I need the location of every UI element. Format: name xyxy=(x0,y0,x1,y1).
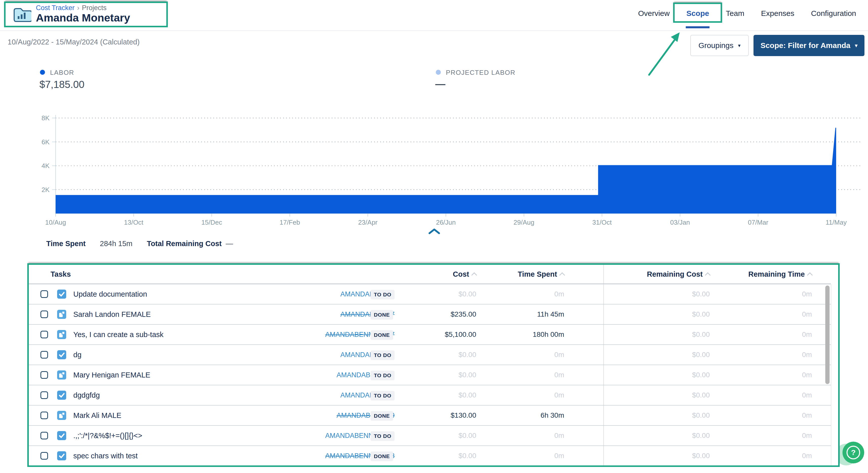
tab-configuration[interactable]: Configuration xyxy=(811,9,856,18)
time-spent-label: Time Spent xyxy=(46,240,86,248)
projected-labor-legend-dot xyxy=(436,70,441,75)
groupings-button[interactable]: Groupings ▾ xyxy=(690,35,749,56)
svg-text:03/Jan: 03/Jan xyxy=(670,219,690,226)
groupings-label: Groupings xyxy=(699,41,733,50)
row-checkbox[interactable] xyxy=(40,331,48,338)
subtask-icon xyxy=(57,310,66,319)
tasks-table: Tasks CostTime SpentRemaining CostRemain… xyxy=(27,263,840,467)
project-folder-icon xyxy=(12,6,31,24)
row-checkbox[interactable] xyxy=(40,452,48,460)
column-header-remaining-time[interactable]: Remaining Time xyxy=(724,265,812,284)
task-name: dgdgfdg xyxy=(73,385,100,405)
projected-labor-legend-label[interactable]: PROJECTED LABOR xyxy=(446,69,516,76)
svg-text:17/Feb: 17/Feb xyxy=(280,219,300,226)
svg-text:6K: 6K xyxy=(41,138,50,146)
task-name: Yes, I can create a sub-task xyxy=(73,325,163,344)
task-name: .,;':/*|?&%$!+=()[]{}<> xyxy=(73,426,142,445)
remaining-time-cell: 0m xyxy=(724,446,812,466)
row-checkbox[interactable] xyxy=(40,412,48,419)
time-spent-cell: 0m xyxy=(484,446,564,466)
table-row: Yes, I can create a sub-taskAMANDABENN-1… xyxy=(29,325,831,345)
column-header-cost[interactable]: Cost xyxy=(395,265,476,284)
svg-text:29/Aug: 29/Aug xyxy=(514,219,534,226)
remaining-cost-cell: $0.00 xyxy=(628,426,710,445)
cost-cell: $235.00 xyxy=(395,305,476,324)
question-mark-icon: ? xyxy=(846,446,860,460)
tab-team[interactable]: Team xyxy=(726,9,744,18)
remaining-cost-cell: $0.00 xyxy=(628,284,710,304)
time-spent-cell: 0m xyxy=(484,345,564,365)
row-checkbox[interactable] xyxy=(40,391,48,399)
subtask-icon xyxy=(57,371,66,379)
breadcrumb-cost-tracker-link[interactable]: Cost Tracker xyxy=(36,4,74,11)
task-icon xyxy=(57,451,66,460)
status-badge: TO DO xyxy=(371,290,395,299)
cost-cell: $0.00 xyxy=(395,365,476,385)
svg-text:2K: 2K xyxy=(41,186,50,193)
status-badge: DONE xyxy=(371,330,393,340)
row-checkbox[interactable] xyxy=(40,351,48,358)
tab-overview[interactable]: Overview xyxy=(638,9,670,18)
svg-text:4K: 4K xyxy=(41,162,50,169)
scope-filter-button[interactable]: Scope: Filter for Amanda ▾ xyxy=(753,35,864,56)
task-icon xyxy=(57,290,66,298)
column-header-time-spent[interactable]: Time Spent xyxy=(484,265,564,284)
task-name: Update documentation xyxy=(73,284,147,304)
status-badge: TO DO xyxy=(371,431,395,441)
sort-caret-icon xyxy=(559,272,565,278)
chevron-down-icon: ▾ xyxy=(738,43,741,48)
cost-cell: $0.00 xyxy=(395,446,476,466)
table-row: dgAMANDABENN-2TO DO$0.000m$0.000m xyxy=(29,345,831,365)
svg-text:13/Oct: 13/Oct xyxy=(124,219,144,226)
time-spent-cell: 0m xyxy=(484,426,564,445)
collapse-chart-chevron-icon[interactable] xyxy=(428,228,440,235)
table-row: dgdgfdgAMANDABENN-3TO DO$0.000m$0.000m xyxy=(29,385,831,406)
remaining-time-cell: 0m xyxy=(724,345,812,365)
column-header-label: Time Spent xyxy=(518,270,557,278)
column-header-label: Remaining Cost xyxy=(647,270,703,278)
scope-filter-label: Scope: Filter for Amanda xyxy=(761,41,850,50)
table-row: Update documentationAMANDABENN-1TO DO$0.… xyxy=(29,284,831,305)
total-remaining-cost-value: — xyxy=(226,240,233,248)
cost-cell: $0.00 xyxy=(395,345,476,365)
row-checkbox[interactable] xyxy=(40,432,48,439)
time-spent-cell: 180h 00m xyxy=(484,325,564,344)
annotation-arrow xyxy=(642,25,687,81)
subtask-icon xyxy=(57,330,66,339)
remaining-time-cell: 0m xyxy=(724,284,812,304)
remaining-cost-cell: $0.00 xyxy=(628,385,710,405)
sort-caret-icon xyxy=(705,272,711,278)
help-button[interactable]: ? xyxy=(842,442,864,464)
header-divider xyxy=(0,30,868,31)
status-badge: TO DO xyxy=(371,391,395,401)
status-badge: DONE xyxy=(371,310,393,320)
sort-caret-icon xyxy=(471,272,477,278)
page-title: Amanda Monetary xyxy=(36,11,130,24)
svg-text:10/Aug: 10/Aug xyxy=(45,219,66,226)
svg-text:07/Mar: 07/Mar xyxy=(748,219,768,226)
row-checkbox[interactable] xyxy=(40,311,48,318)
tab-scope[interactable]: Scope xyxy=(686,9,709,18)
cost-cell: $0.00 xyxy=(395,385,476,405)
remaining-time-cell: 0m xyxy=(724,325,812,344)
row-checkbox[interactable] xyxy=(40,371,48,379)
summary-row: Time Spent 284h 15m Total Remaining Cost… xyxy=(0,240,868,251)
svg-text:26/Jun: 26/Jun xyxy=(436,219,456,226)
task-name: dg xyxy=(73,345,82,365)
task-icon xyxy=(57,431,66,440)
remaining-cost-cell: $0.00 xyxy=(628,406,710,425)
cost-cell: $0.00 xyxy=(395,426,476,445)
remaining-time-cell: 0m xyxy=(724,406,812,425)
total-remaining-cost-label: Total Remaining Cost xyxy=(147,240,222,248)
remaining-time-cell: 0m xyxy=(724,426,812,445)
labor-legend-label[interactable]: LABOR xyxy=(50,69,74,76)
time-spent-cell: 6h 30m xyxy=(484,406,564,425)
column-header-remaining-cost[interactable]: Remaining Cost xyxy=(628,265,710,284)
task-icon xyxy=(57,350,66,359)
table-scrollbar-thumb[interactable] xyxy=(825,286,830,384)
table-row: Mary Henigan FEMALEAMANDABENN-50TO DO$0.… xyxy=(29,365,831,385)
svg-text:23/Apr: 23/Apr xyxy=(358,219,378,226)
row-checkbox[interactable] xyxy=(40,290,48,298)
svg-text:8K: 8K xyxy=(41,114,50,122)
tab-expenses[interactable]: Expenses xyxy=(761,9,795,18)
